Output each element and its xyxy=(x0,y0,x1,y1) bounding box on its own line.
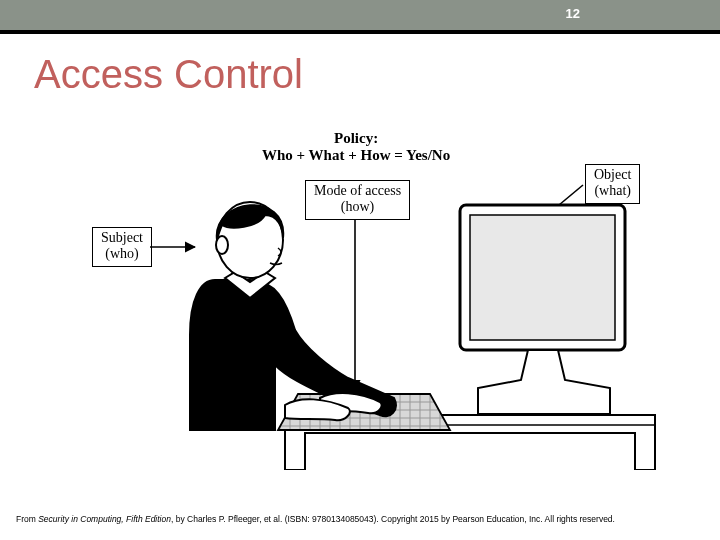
figure: Policy: Who + What + How = Yes/No Subjec… xyxy=(80,130,680,470)
monitor-icon xyxy=(460,205,625,414)
svg-rect-6 xyxy=(470,215,615,340)
page-title: Access Control xyxy=(34,52,303,97)
attribution-book: Security in Computing, Fifth Edition xyxy=(38,514,171,524)
diagram-svg xyxy=(80,130,680,470)
person-icon xyxy=(190,202,396,430)
top-bar: 12 xyxy=(0,0,720,30)
slide: 12 Access Control Policy: Who + What + H… xyxy=(0,0,720,540)
page-number: 12 xyxy=(566,6,580,21)
attribution-rest: , by Charles P. Pfleeger, et al. (ISBN: … xyxy=(171,514,615,524)
svg-point-8 xyxy=(216,236,228,254)
attribution-prefix: From xyxy=(16,514,38,524)
attribution: From Security in Computing, Fifth Editio… xyxy=(16,514,615,524)
divider-line xyxy=(0,30,720,34)
